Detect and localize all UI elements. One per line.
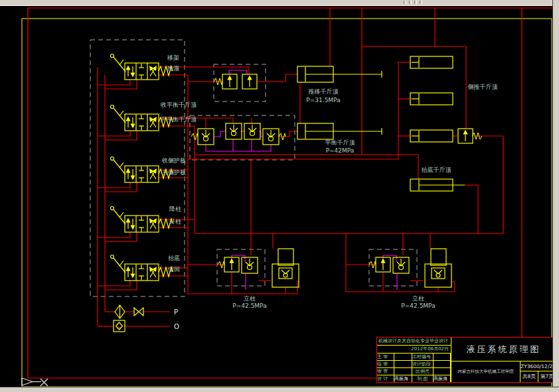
- title-block-school: 内蒙古科技大学机械工程学院: [451, 361, 520, 382]
- label-cylinder-pingheng: 平衡千斤顶: [325, 139, 355, 146]
- field-value-zhitu: 高振海: [434, 375, 451, 382]
- label-pressure-lizhu-right: P=42.5MPa: [401, 302, 435, 309]
- label-valve2-bottom: 升平衡千斤顶: [161, 116, 197, 123]
- cylinder-cetui-2: [410, 93, 453, 105]
- field-value-sheji: 高振海: [394, 375, 412, 382]
- field-label-bilichi: 比例尺: [412, 368, 434, 375]
- drawing-border-yellow: [22, 19, 552, 387]
- title-block-total-pages: 共8页: [520, 371, 538, 382]
- field-label-zhushen: 主 审: [377, 354, 394, 361]
- label-valve5-bottom: 缩回: [168, 266, 180, 273]
- field-label-zushen: 组 审: [377, 361, 394, 368]
- title-block-project: 机械设计及其自动化专业毕业设计: [377, 338, 451, 346]
- label-valve1-top: 移架: [167, 54, 179, 61]
- label-cylinder-tuiyi: 推移千斤顶: [308, 88, 339, 95]
- cylinder-tuiyi: [297, 66, 382, 82]
- field-value-shencha: [394, 368, 412, 375]
- horizontal-scrollbar[interactable]: [0, 387, 559, 392]
- relief-group-box-top: [214, 64, 266, 101]
- title-block-drawing-title: 液压系统原理图: [451, 338, 556, 361]
- label-valve3-top: 收侧护板: [162, 157, 186, 164]
- label-valve1-bottom: 推溜: [167, 65, 179, 72]
- toolbar-grip-icon: [414, 1, 417, 4]
- toolbar-grip-icon: [409, 1, 412, 4]
- label-cylinder-lizhu-left: 立柱: [244, 295, 256, 302]
- cylinder-cetui-3: [410, 130, 453, 142]
- cylinder-lizhu-right: [425, 249, 451, 287]
- label-valve2-top: 收平衡千斤顶: [161, 101, 197, 108]
- cylinder-taidi: [410, 179, 465, 191]
- label-port-o: O: [174, 323, 179, 330]
- label-valve3-bottom: 升侧护板: [162, 169, 186, 176]
- field-value-zushen: [394, 361, 412, 368]
- label-cylinder-cetui: 侧推千斤顶: [468, 84, 498, 90]
- field-value-gongchengbianhao: [434, 354, 451, 361]
- cylinder-lizhu-left: [272, 249, 299, 287]
- schematic-canvas[interactable]: 移架 推溜 收平衡千斤顶 升平衡千斤顶 收侧护板 升侧护板 降柱 升柱 抬底 缩…: [0, 0, 559, 392]
- dashed-group-boxes: [90, 40, 417, 296]
- field-value-shejijieduan: [434, 361, 451, 368]
- field-value-bilichi: [434, 368, 451, 375]
- field-label-sheji: 设 计: [377, 375, 394, 382]
- label-cylinder-lizhu-right: 立柱: [412, 295, 425, 302]
- label-cylinder-taidi: 抬底千斤顶: [422, 166, 451, 173]
- cylinder-pingheng: [297, 123, 382, 139]
- title-block-model: ZY3600/12/24: [520, 361, 556, 371]
- label-valve4-top: 降柱: [169, 206, 182, 212]
- drawing-frame-red: [28, 8, 556, 378]
- field-label-zhitu: 制 图: [412, 375, 434, 382]
- label-port-p: P: [174, 308, 178, 316]
- valve-bank: [111, 54, 173, 281]
- vertical-scrollbar[interactable]: [552, 0, 559, 392]
- ucs-arrow-icon: [22, 378, 48, 386]
- check-group-mid: [191, 123, 285, 145]
- lizhu-left-valves: [218, 257, 258, 273]
- label-pressure-tuiyi: P=31.5MPa: [306, 97, 340, 103]
- label-pressure-lizhu-left: P=42.5MPa: [232, 302, 266, 309]
- field-label-gongchengbianhao: 工程编号: [412, 354, 434, 361]
- cad-application-window: 移架 推溜 收平衡千斤顶 升平衡千斤顶 收侧护板 升侧护板 降柱 升柱 抬底 缩…: [0, 0, 559, 392]
- field-value-zhushen: [394, 354, 412, 361]
- toolbar-grip-icon: [420, 1, 422, 4]
- pilot-lines-magenta: [117, 70, 397, 328]
- toolbar-edge-strip: [0, 0, 559, 6]
- shutoff-valve-icon: [134, 308, 143, 316]
- toolbar-grip-icon: [404, 1, 406, 4]
- label-valve5-top: 抬底: [168, 255, 180, 261]
- cylinder-cetui-1: [410, 56, 453, 68]
- field-label-shejijieduan: 设计阶段: [412, 361, 434, 368]
- label-pressure-pingheng: P=42MPa: [326, 147, 355, 154]
- title-block: 机械设计及其自动化专业毕业设计 2012年06月02日 主 审 工程编号 组 审…: [376, 337, 556, 383]
- label-valve4-bottom: 升柱: [169, 218, 182, 225]
- title-block-date: 2012年06月02日: [377, 346, 451, 354]
- lizhu-right-valves: [369, 257, 409, 273]
- field-label-shencha: 审 查: [377, 368, 394, 375]
